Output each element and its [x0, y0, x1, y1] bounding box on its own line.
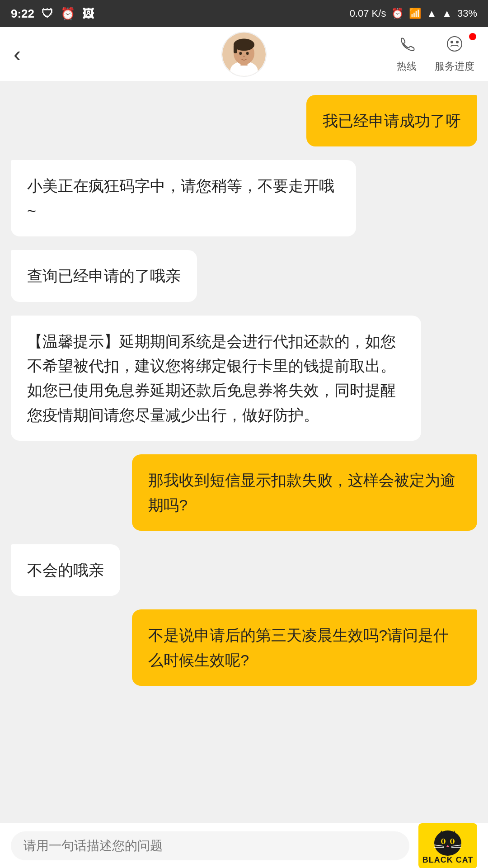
status-bar: 9:22 🛡 ⏰ 🖼 0.07 K/s ⏰ 📶 ▲ ▲ 33%: [0, 0, 488, 27]
message-text: 小美正在疯狂码字中，请您稍等，不要走开哦~: [27, 177, 334, 219]
message-text: 不是说申请后的第三天凌晨生效吗?请问是什么时候生效呢?: [148, 627, 449, 668]
message-row: 那我收到短信显示扣款失败，这样会被定为逾期吗?: [11, 454, 477, 531]
message-row: 小美正在疯狂码字中，请您稍等，不要走开哦~: [11, 160, 477, 236]
svg-point-6: [239, 52, 242, 55]
back-button[interactable]: ‹: [14, 43, 21, 65]
message-bubble-sent: 那我收到短信显示扣款失败，这样会被定为逾期吗?: [132, 454, 477, 531]
notification-badge: [469, 33, 476, 40]
agent-avatar-wrap: [221, 32, 267, 77]
image-icon: 🖼: [82, 7, 94, 21]
sim-icon: 📶: [409, 8, 421, 19]
svg-point-17: [442, 839, 444, 844]
chat-area: 我已经申请成功了呀 小美正在疯狂码字中，请您稍等，不要走开哦~ 查询已经申请的了…: [0, 81, 488, 823]
header-actions: 热线 服务进度: [397, 35, 474, 73]
message-row: 我已经申请成功了呀: [11, 95, 477, 146]
wifi-icon: ▲: [427, 8, 436, 19]
message-bubble-received: 【温馨提示】延期期间系统是会进行代扣还款的，如您不希望被代扣，建议您将绑定银行卡…: [11, 316, 421, 441]
message-text: 【温馨提示】延期期间系统是会进行代扣还款的，如您不希望被代扣，建议您将绑定银行卡…: [27, 333, 396, 424]
phone-icon: [398, 35, 416, 57]
message-row: 不会的哦亲: [11, 544, 477, 596]
svg-point-11: [456, 41, 459, 43]
blackcat-icon: [432, 827, 464, 858]
service-progress-label: 服务进度: [435, 60, 474, 73]
message-bubble-received: 查询已经申请的了哦亲: [11, 250, 197, 302]
svg-point-9: [447, 37, 462, 51]
signal-icon: ▲: [442, 8, 452, 19]
input-bar: BLACK CAT: [0, 823, 488, 868]
shield-icon: 🛡: [42, 7, 53, 21]
message-bubble-received: 不会的哦亲: [11, 544, 120, 596]
svg-point-18: [451, 839, 453, 844]
hotline-button[interactable]: 热线: [397, 35, 417, 73]
status-right: 0.07 K/s ⏰ 📶 ▲ ▲ 33%: [350, 8, 477, 19]
message-text: 那我收到短信显示扣款失败，这样会被定为逾期吗?: [148, 472, 455, 513]
message-bubble-received: 小美正在疯狂码字中，请您稍等，不要走开哦~: [11, 160, 356, 236]
svg-rect-5: [234, 44, 237, 53]
message-text: 我已经申请成功了呀: [323, 112, 461, 129]
svg-point-14: [434, 830, 461, 856]
battery: 33%: [457, 8, 477, 19]
status-time: 9:22: [11, 7, 34, 21]
message-row: 【温馨提示】延期期间系统是会进行代扣还款的，如您不希望被代扣，建议您将绑定银行卡…: [11, 316, 477, 441]
agent-avatar: [221, 32, 267, 77]
message-text: 不会的哦亲: [27, 561, 104, 579]
message-bubble-sent: 不是说申请后的第三天凌晨生效吗?请问是什么时候生效呢?: [132, 609, 477, 686]
message-input[interactable]: [11, 831, 409, 860]
svg-point-7: [246, 52, 249, 55]
hotline-label: 热线: [397, 60, 417, 73]
alarm-icon: ⏰: [61, 7, 75, 21]
service-progress-button[interactable]: 服务进度: [435, 35, 474, 73]
alarm2-icon: ⏰: [391, 8, 404, 19]
network-speed: 0.07 K/s: [350, 8, 386, 19]
message-row: 不是说申请后的第三天凌晨生效吗?请问是什么时候生效呢?: [11, 609, 477, 686]
status-left: 9:22 🛡 ⏰ 🖼: [11, 7, 94, 21]
svg-point-8: [243, 56, 245, 57]
svg-point-10: [450, 41, 453, 43]
header: ‹ 热线: [0, 27, 488, 81]
service-icon: [446, 35, 464, 57]
blackcat-logo[interactable]: BLACK CAT: [418, 823, 477, 868]
message-text: 查询已经申请的了哦亲: [27, 267, 181, 284]
message-bubble-sent: 我已经申请成功了呀: [306, 95, 477, 146]
message-row: 查询已经申请的了哦亲: [11, 250, 477, 302]
